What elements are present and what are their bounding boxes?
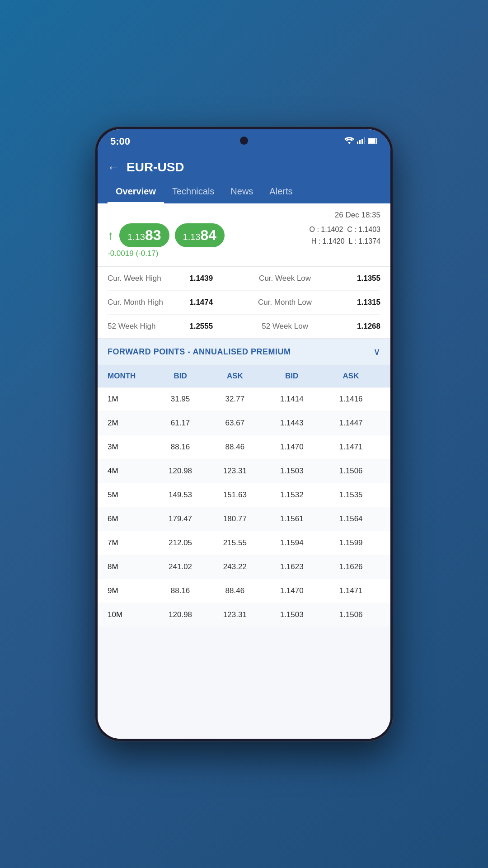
cell-month: 2M bbox=[108, 419, 153, 428]
cell-month: 4M bbox=[108, 467, 153, 476]
battery-icon bbox=[368, 137, 378, 146]
ohlc-values: O : 1.1402 C : 1.1403 H : 1.1420 L : 1.1… bbox=[310, 224, 380, 247]
table-row: 8M 241.02 243.22 1.1623 1.1626 bbox=[98, 555, 390, 579]
cell-month: 9M bbox=[108, 586, 153, 595]
table-row: 9M 88.16 88.46 1.1470 1.1471 bbox=[98, 579, 390, 603]
phone-screen: 5:00 ← EUR-USD Overview bbox=[98, 129, 390, 739]
svg-rect-0 bbox=[357, 142, 358, 144]
cell-bid1: 241.02 bbox=[153, 562, 208, 571]
cur-month-low-value: 1.1315 bbox=[326, 298, 380, 307]
svg-rect-3 bbox=[364, 137, 365, 144]
notch bbox=[240, 137, 248, 145]
cur-week-low-value: 1.1355 bbox=[326, 274, 380, 283]
chevron-down-icon: ∨ bbox=[373, 346, 380, 358]
52wk-high-label: 52 Week High bbox=[108, 322, 189, 331]
high-low: H : 1.1420 L : 1.1374 bbox=[310, 236, 380, 247]
header-title-row: ← EUR-USD bbox=[108, 160, 380, 175]
cell-bid2: 1.1503 bbox=[262, 467, 321, 476]
cell-month: 10M bbox=[108, 610, 153, 619]
table-row: 7M 212.05 215.55 1.1594 1.1599 bbox=[98, 531, 390, 555]
cell-ask2: 1.1506 bbox=[321, 467, 380, 476]
stats-section: Cur. Week High 1.1439 Cur. Week Low 1.13… bbox=[98, 267, 390, 339]
stat-row-month: Cur. Month High 1.1474 Cur. Month Low 1.… bbox=[108, 291, 380, 315]
cur-month-high-value: 1.1474 bbox=[189, 298, 244, 307]
status-icons bbox=[344, 137, 378, 146]
cell-month: 3M bbox=[108, 443, 153, 452]
back-button[interactable]: ← bbox=[108, 160, 119, 175]
forward-points-header[interactable]: FORWARD POINTS - ANNUALISED PREMIUM ∨ bbox=[98, 339, 390, 365]
main-content: 26 Dec 18:35 ↑ 1.1383 1.1384 O : 1.1402 … bbox=[98, 203, 390, 739]
tab-alerts[interactable]: Alerts bbox=[261, 182, 300, 203]
cell-month: 6M bbox=[108, 514, 153, 524]
cell-ask1: 123.31 bbox=[207, 467, 262, 476]
col-ask2: ASK bbox=[321, 372, 380, 381]
cell-ask2: 1.1416 bbox=[321, 395, 380, 404]
cell-ask1: 215.55 bbox=[207, 538, 262, 547]
tab-bar: Overview Technicals News Alerts bbox=[108, 182, 380, 203]
svg-rect-5 bbox=[369, 139, 375, 143]
cur-month-low-label: Cur. Month Low bbox=[244, 298, 326, 307]
app-header: ← EUR-USD Overview Technicals News Alert… bbox=[98, 154, 390, 203]
cell-bid2: 1.1532 bbox=[262, 491, 321, 500]
cell-bid1: 120.98 bbox=[153, 610, 208, 619]
cell-bid2: 1.1561 bbox=[262, 514, 321, 524]
svg-rect-2 bbox=[361, 139, 363, 144]
cell-ask1: 88.46 bbox=[207, 586, 262, 595]
table-row: 2M 61.17 63.67 1.1443 1.1447 bbox=[98, 411, 390, 435]
cell-ask2: 1.1471 bbox=[321, 443, 380, 452]
col-bid2: BID bbox=[262, 372, 321, 381]
cell-ask2: 1.1447 bbox=[321, 419, 380, 428]
page-title: EUR-USD bbox=[127, 160, 184, 175]
stat-row-52week: 52 Week High 1.2555 52 Week Low 1.1268 bbox=[108, 315, 380, 338]
cell-bid2: 1.1470 bbox=[262, 443, 321, 452]
bid-pill: 1.1383 bbox=[119, 223, 169, 247]
tab-technicals[interactable]: Technicals bbox=[164, 182, 222, 203]
52wk-high-value: 1.2555 bbox=[189, 322, 244, 331]
cell-bid1: 61.17 bbox=[153, 419, 208, 428]
table-header-row: MONTH BID ASK BID ASK bbox=[98, 365, 390, 387]
cell-ask1: 32.77 bbox=[207, 395, 262, 404]
tab-overview[interactable]: Overview bbox=[108, 182, 164, 203]
cell-bid1: 88.16 bbox=[153, 443, 208, 452]
cell-ask1: 88.46 bbox=[207, 443, 262, 452]
cell-ask1: 180.77 bbox=[207, 514, 262, 524]
phone-frame: 5:00 ← EUR-USD Overview bbox=[95, 127, 393, 741]
ask-pill: 1.1384 bbox=[175, 223, 225, 247]
cell-month: 7M bbox=[108, 538, 153, 547]
cell-ask2: 1.1471 bbox=[321, 586, 380, 595]
cell-bid1: 88.16 bbox=[153, 586, 208, 595]
table-row: 5M 149.53 151.63 1.1532 1.1535 bbox=[98, 483, 390, 507]
tab-news[interactable]: News bbox=[222, 182, 261, 203]
price-section: 26 Dec 18:35 ↑ 1.1383 1.1384 O : 1.1402 … bbox=[98, 203, 390, 267]
cell-month: 8M bbox=[108, 562, 153, 571]
cell-bid1: 179.47 bbox=[153, 514, 208, 524]
52wk-low-value: 1.1268 bbox=[326, 322, 380, 331]
price-change: -0.0019 (-0.17) bbox=[108, 249, 380, 258]
wifi-icon bbox=[344, 137, 354, 146]
cell-bid2: 1.1623 bbox=[262, 562, 321, 571]
cell-bid2: 1.1443 bbox=[262, 419, 321, 428]
table-body: 1M 31.95 32.77 1.1414 1.1416 2M 61.17 63… bbox=[98, 387, 390, 627]
svg-rect-1 bbox=[359, 140, 361, 144]
col-ask1: ASK bbox=[207, 372, 262, 381]
table-row: 6M 179.47 180.77 1.1561 1.1564 bbox=[98, 507, 390, 531]
forward-points-table: MONTH BID ASK BID ASK 1M 31.95 32.77 1.1… bbox=[98, 365, 390, 627]
cell-ask1: 63.67 bbox=[207, 419, 262, 428]
ask-prefix: 1.13 bbox=[183, 232, 201, 242]
col-bid1: BID bbox=[153, 372, 208, 381]
price-datetime: 26 Dec 18:35 bbox=[108, 211, 380, 220]
price-up-arrow: ↑ bbox=[108, 228, 114, 243]
col-month: MONTH bbox=[108, 372, 153, 381]
cell-bid1: 31.95 bbox=[153, 395, 208, 404]
cur-month-high-label: Cur. Month High bbox=[108, 298, 189, 307]
table-row: 3M 88.16 88.46 1.1470 1.1471 bbox=[98, 435, 390, 459]
cell-bid1: 212.05 bbox=[153, 538, 208, 547]
status-bar: 5:00 bbox=[98, 129, 390, 154]
ask-suffix: 84 bbox=[200, 227, 216, 243]
cell-bid2: 1.1414 bbox=[262, 395, 321, 404]
bid-suffix: 83 bbox=[145, 227, 161, 243]
forward-points-title: FORWARD POINTS - ANNUALISED PREMIUM bbox=[108, 347, 291, 357]
cur-week-high-value: 1.1439 bbox=[189, 274, 244, 283]
cell-ask1: 243.22 bbox=[207, 562, 262, 571]
cell-ask2: 1.1599 bbox=[321, 538, 380, 547]
